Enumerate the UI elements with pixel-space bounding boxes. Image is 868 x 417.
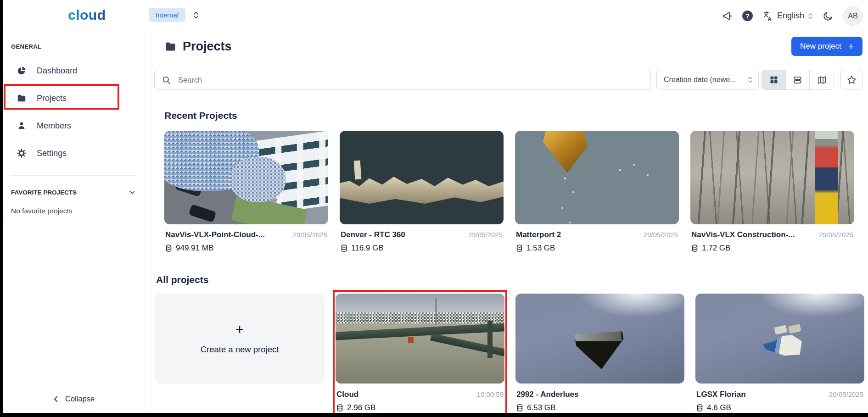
- sidebar-item-label: Dashboard: [37, 66, 77, 76]
- thumb-scan-cluster-shape: [763, 335, 802, 356]
- project-size: 949.91 MB: [176, 244, 213, 253]
- recent-projects-heading: Recent Projects: [164, 110, 237, 121]
- help-glyph: ?: [742, 11, 753, 21]
- favorites-filter-button[interactable]: [840, 70, 862, 90]
- all-projects-heading: All projects: [156, 274, 208, 285]
- project-thumbnail[interactable]: [515, 131, 679, 224]
- thumb-house-shape: [543, 131, 587, 173]
- workspace-badge[interactable]: Internal: [149, 8, 185, 22]
- favorites-section-label: FAVORITE PROJECTS: [11, 189, 77, 196]
- project-thumbnail[interactable]: [515, 294, 684, 384]
- plus-icon: +: [848, 41, 854, 52]
- chevron-updown-icon[interactable]: [193, 11, 199, 20]
- thumb-colored-pillar: [815, 131, 838, 224]
- favorites-empty-text: No favorite projects: [3, 196, 145, 215]
- person-icon: [17, 121, 27, 131]
- database-icon: [516, 245, 523, 252]
- database-icon: [696, 404, 703, 411]
- sidebar: GENERAL Dashboard Projects: [3, 32, 145, 413]
- project-date: 29/05/2025: [819, 231, 853, 239]
- view-grid-button[interactable]: [762, 70, 786, 89]
- collapse-label: Collapse: [65, 395, 95, 403]
- plus-icon: +: [235, 322, 244, 337]
- workspace-selector[interactable]: Internal: [149, 8, 199, 22]
- project-size: 6.53 GB: [527, 403, 555, 412]
- thumb-buildings-band: [340, 172, 504, 204]
- project-card-lgsx-florian[interactable]: LGSX Florian 20/05/2025 4.6 GB: [695, 291, 864, 412]
- collapse-sidebar-button[interactable]: Collapse: [3, 394, 145, 404]
- view-list-button[interactable]: [786, 70, 810, 89]
- database-icon: [336, 404, 343, 411]
- folder-icon: [17, 93, 27, 103]
- project-date: 29/05/2025: [468, 231, 503, 239]
- sidebar-item-label: Settings: [37, 149, 67, 158]
- help-icon[interactable]: ?: [742, 11, 753, 21]
- all-projects-row: + Create a new project Cloud 10:00:59: [155, 291, 864, 412]
- database-icon: [341, 245, 347, 252]
- project-card-denver[interactable]: Denver - RTC 360 29/05/2025 116.9 GB: [340, 131, 504, 253]
- language-selector[interactable]: A English: [762, 11, 813, 22]
- search-box[interactable]: [154, 70, 651, 90]
- search-icon: [162, 75, 171, 85]
- star-icon: [846, 75, 857, 85]
- project-thumbnail[interactable]: [695, 294, 864, 384]
- project-name: NavVis-VLX-Point-Cloud-...: [165, 230, 265, 239]
- chevron-down-icon: [128, 188, 136, 196]
- new-project-label: New project: [800, 42, 841, 51]
- project-name: 2992 - Anderlues: [516, 390, 578, 399]
- sidebar-item-label: Members: [37, 121, 71, 131]
- thumb-debris-shape: [774, 325, 788, 334]
- topbar: cloud Internal ? A English: [3, 0, 868, 32]
- sidebar-item-dashboard[interactable]: Dashboard: [3, 57, 145, 84]
- thumb-wedge-top-strip: [575, 331, 622, 341]
- page-header: Projects New project +: [164, 37, 862, 56]
- sidebar-item-label: Projects: [37, 94, 67, 103]
- sidebar-item-settings[interactable]: Settings: [3, 139, 145, 167]
- project-card-navvis-point-cloud[interactable]: NavVis-VLX-Point-Cloud-... 29/05/2025 94…: [164, 131, 328, 253]
- project-card-anderlues[interactable]: 2992 - Anderlues 6.53 GB: [515, 291, 684, 412]
- thumb-scatter-dots: [564, 178, 566, 179]
- sidebar-nav: Dashboard Projects Members: [3, 57, 145, 167]
- project-thumbnail[interactable]: [336, 294, 504, 384]
- avatar[interactable]: AB: [843, 6, 862, 26]
- new-project-button[interactable]: New project +: [791, 37, 862, 56]
- thumb-pipe-shape: [487, 321, 493, 358]
- main-content: Projects New project + Creation date (ne…: [145, 32, 868, 413]
- dashboard-pie-icon: [17, 66, 27, 76]
- view-mode-toggle: [762, 70, 834, 90]
- letterbox-bottom: [0, 413, 868, 417]
- search-input[interactable]: [177, 75, 644, 85]
- project-thumbnail[interactable]: [340, 131, 504, 224]
- chevron-updown-icon: [808, 12, 813, 20]
- project-date: 29/05/2025: [644, 231, 678, 239]
- project-card-navvis-construction[interactable]: NavVis-VLX Construction-... 29/05/2025 1…: [690, 131, 854, 253]
- gear-icon: [17, 148, 27, 158]
- thumb-lamppost-shape: [435, 298, 437, 325]
- sort-dropdown[interactable]: Creation date (newe...: [656, 70, 759, 90]
- dark-mode-moon-icon[interactable]: [823, 11, 834, 22]
- project-date: 20/05/2025: [829, 390, 863, 398]
- project-date: 10:00:59: [477, 390, 504, 398]
- create-new-project-card[interactable]: + Create a new project: [155, 294, 325, 384]
- project-size: 116.9 GB: [351, 244, 384, 253]
- projects-toolbar: Creation date (newe...: [154, 70, 862, 90]
- sidebar-item-members[interactable]: Members: [3, 112, 145, 139]
- sidebar-section-favorites[interactable]: FAVORITE PROJECTS: [3, 176, 145, 196]
- sidebar-item-projects[interactable]: Projects: [3, 84, 145, 112]
- project-name: LGSX Florian: [696, 390, 746, 399]
- view-map-button[interactable]: [810, 70, 834, 89]
- svg-text:A: A: [767, 16, 771, 21]
- page-title: Projects: [183, 39, 232, 54]
- thumb-valve-shape: [408, 337, 414, 343]
- topbar-actions: ? A English AB: [722, 0, 862, 32]
- megaphone-icon[interactable]: [722, 11, 733, 22]
- project-card-cloud[interactable]: Cloud 10:00:59 2.96 GB: [336, 291, 504, 412]
- project-size: 4.6 GB: [707, 403, 731, 412]
- project-size: 2.96 GB: [347, 403, 375, 412]
- project-thumbnail[interactable]: [164, 131, 328, 224]
- thumb-treeline: [336, 312, 504, 324]
- project-thumbnail[interactable]: [690, 131, 854, 224]
- project-card-matterport[interactable]: Matterport 2 29/05/2025 1.53 GB: [515, 131, 679, 253]
- thumb-tree-shape: [230, 157, 286, 202]
- database-icon: [691, 245, 698, 252]
